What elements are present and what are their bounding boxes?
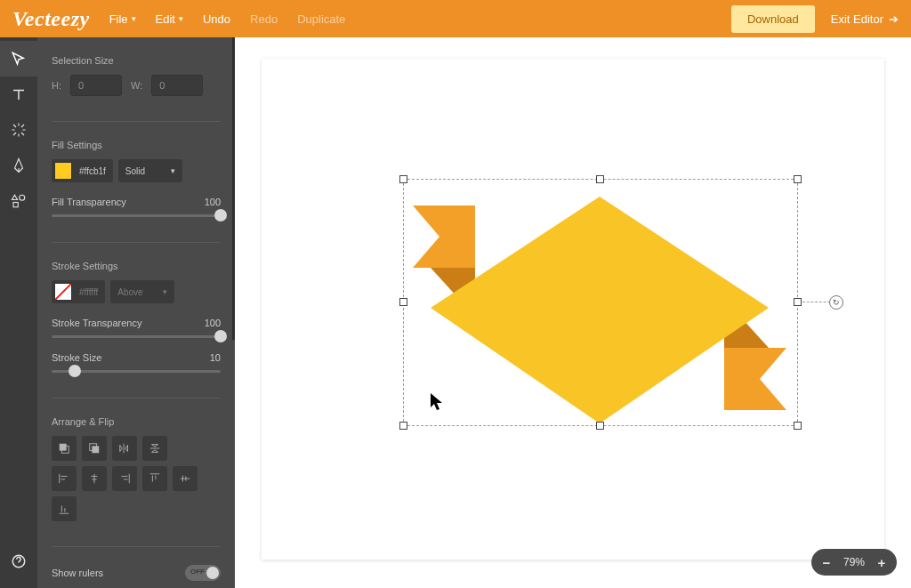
file-menu[interactable]: File▾ xyxy=(109,12,136,26)
fill-transparency-value: 100 xyxy=(205,197,221,207)
stroke-transparency-label: Stroke Transparency xyxy=(52,318,142,328)
resize-handle-br[interactable] xyxy=(794,422,802,430)
zoom-control: − 79% + xyxy=(811,549,897,576)
fill-type-dropdown[interactable]: Solid▾ xyxy=(118,159,182,182)
resize-handle-bm[interactable] xyxy=(596,422,604,430)
select-tool[interactable] xyxy=(0,41,37,77)
show-rulers-toggle[interactable]: OFF xyxy=(185,565,221,581)
fill-color-picker[interactable]: #ffcb1f xyxy=(52,159,113,182)
send-backward-button[interactable] xyxy=(52,436,77,461)
stroke-transparency-value: 100 xyxy=(205,318,221,328)
fill-hex-value: #ffcb1f xyxy=(79,166,106,176)
toggle-off-label: OFF xyxy=(190,568,205,576)
rotate-handle[interactable]: ↻ xyxy=(829,295,843,310)
stroke-settings-label: Stroke Settings xyxy=(52,261,221,271)
resize-handle-ml[interactable] xyxy=(399,298,407,306)
arrow-right-icon: ➔ xyxy=(889,12,899,26)
resize-handle-tr[interactable] xyxy=(794,175,802,183)
download-button[interactable]: Download xyxy=(731,5,815,33)
width-label: W: xyxy=(131,80,142,91)
stroke-swatch-icon xyxy=(54,283,72,301)
chevron-down-icon: ▾ xyxy=(163,287,167,296)
svg-rect-6 xyxy=(92,446,99,453)
edit-menu[interactable]: Edit▾ xyxy=(156,12,183,26)
svg-point-0 xyxy=(20,195,25,200)
stroke-hex-value: #ffffff xyxy=(79,287,98,297)
slider-thumb[interactable] xyxy=(69,365,81,377)
slider-thumb[interactable] xyxy=(214,330,227,342)
align-center-h-button[interactable] xyxy=(82,466,107,491)
fill-settings-label: Fill Settings xyxy=(52,140,221,150)
align-bottom-button[interactable] xyxy=(52,496,77,521)
show-rulers-label: Show rulers xyxy=(52,568,103,578)
zoom-in-button[interactable]: + xyxy=(875,555,888,570)
main-menu: File▾ Edit▾ Undo Redo Duplicate xyxy=(109,12,346,26)
resize-handle-tl[interactable] xyxy=(399,175,407,183)
shapes-tool[interactable] xyxy=(0,183,37,219)
stroke-color-picker[interactable]: #ffffff xyxy=(52,280,105,303)
stroke-transparency-slider[interactable] xyxy=(52,335,221,338)
resize-handle-bl[interactable] xyxy=(399,422,407,430)
text-tool[interactable] xyxy=(0,77,37,112)
fill-transparency-slider[interactable] xyxy=(52,214,221,217)
slider-thumb[interactable] xyxy=(214,209,227,222)
stroke-position-dropdown[interactable]: Above▾ xyxy=(110,280,174,303)
exit-editor-button[interactable]: Exit Editor➔ xyxy=(831,12,899,26)
stroke-size-slider[interactable] xyxy=(52,370,221,373)
zoom-level: 79% xyxy=(843,556,865,568)
chevron-down-icon: ▾ xyxy=(132,14,136,23)
tool-sidebar xyxy=(0,37,37,588)
help-button[interactable] xyxy=(0,544,37,579)
svg-rect-3 xyxy=(60,444,67,451)
align-center-v-button[interactable] xyxy=(173,466,198,491)
duplicate-button[interactable]: Duplicate xyxy=(297,12,345,26)
resize-handle-mr[interactable] xyxy=(794,298,802,306)
flip-horizontal-button[interactable] xyxy=(112,436,137,461)
align-right-button[interactable] xyxy=(112,466,137,491)
align-left-button[interactable] xyxy=(52,466,77,491)
align-top-button[interactable] xyxy=(142,466,167,491)
canvas-area[interactable]: ↻ − 79% + xyxy=(235,37,911,588)
selection-size-label: Selection Size xyxy=(52,55,221,66)
zoom-out-button[interactable]: − xyxy=(820,555,833,570)
stroke-size-value: 10 xyxy=(210,352,221,363)
properties-panel: Selection Size H: W: Fill Settings #ffcb… xyxy=(37,37,235,588)
chevron-down-icon: ▾ xyxy=(179,14,183,23)
top-bar: Vecteezy File▾ Edit▾ Undo Redo Duplicate… xyxy=(0,0,911,37)
flip-vertical-button[interactable] xyxy=(142,436,167,461)
chevron-down-icon: ▾ xyxy=(171,166,175,175)
fill-swatch-icon xyxy=(54,162,72,180)
artboard[interactable]: ↻ xyxy=(262,59,884,560)
height-input[interactable] xyxy=(70,75,122,96)
toggle-knob xyxy=(206,567,219,579)
height-label: H: xyxy=(52,80,61,91)
redo-button[interactable]: Redo xyxy=(250,12,278,26)
width-input[interactable] xyxy=(151,75,203,96)
bring-forward-button[interactable] xyxy=(82,436,107,461)
fill-transparency-label: Fill Transparency xyxy=(52,197,126,207)
undo-button[interactable]: Undo xyxy=(203,12,230,26)
transform-tool[interactable] xyxy=(0,112,37,148)
resize-handle-tm[interactable] xyxy=(596,175,604,183)
stroke-size-label: Stroke Size xyxy=(52,352,101,363)
svg-rect-1 xyxy=(13,203,18,207)
pen-tool[interactable] xyxy=(0,148,37,183)
logo: Vecteezy xyxy=(12,7,90,31)
selection-bounds[interactable]: ↻ xyxy=(403,179,798,426)
arrange-flip-label: Arrange & Flip xyxy=(52,416,221,427)
